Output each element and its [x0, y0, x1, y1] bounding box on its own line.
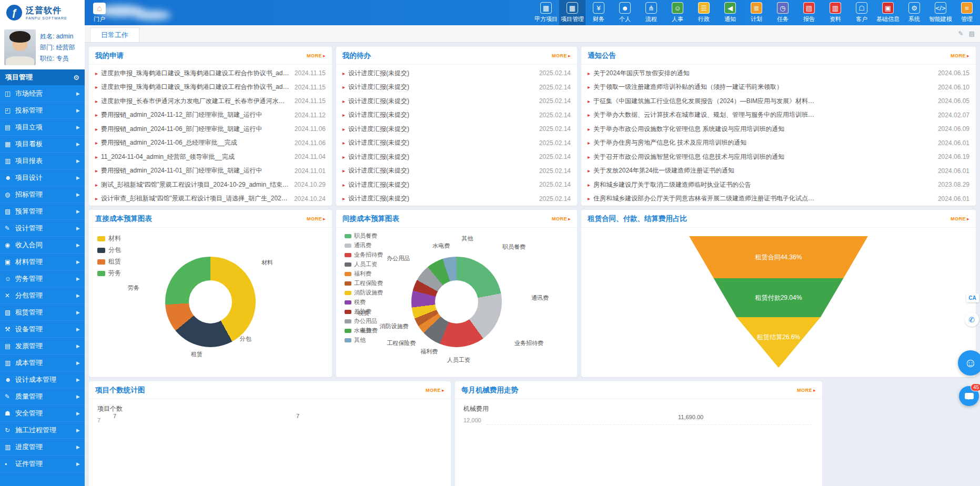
list-item[interactable]: 测试_彭祖新城“四馆”景观工程设计项目_2024-10-29_admin_结束_…: [95, 178, 326, 192]
list-item[interactable]: 设计进度汇报(未提交) 2025.02.14: [342, 108, 571, 123]
sidebar-item[interactable]: ▣ 材料管理: [0, 254, 85, 270]
nav-item[interactable]: ☺ 人事: [664, 0, 691, 25]
list-item[interactable]: 设计进度汇报(未提交) 2025.02.14: [342, 150, 571, 164]
more-link[interactable]: MORE: [552, 216, 571, 221]
message-float-button[interactable]: 45: [959, 386, 979, 406]
sidebar-item[interactable]: ▨ 预算管理: [0, 203, 85, 220]
list-item[interactable]: 设计进度汇报(未提交) 2025.02.14: [342, 94, 571, 108]
more-link[interactable]: MORE: [552, 53, 571, 58]
list-item[interactable]: 房和城乡建设厅关于取消二级建造师临时执业证书的公告 2023.08.29: [588, 178, 969, 192]
list-item[interactable]: 设计进度汇报(未提交) 2025.02.14: [342, 178, 571, 192]
nav-item[interactable]: </> 智能建模: [927, 0, 954, 25]
nav-item[interactable]: ▦ 甲方项目: [533, 0, 559, 25]
nav-item[interactable]: ⚙ 系统: [901, 0, 927, 25]
nav-item-label: 计划: [751, 15, 762, 23]
sidebar-item[interactable]: ◍ 招标管理: [0, 186, 85, 203]
list-item[interactable]: 关于2024年国庆节放假安排的通知 2024.06.15: [588, 66, 969, 80]
sidebar-item[interactable]: ⚒ 设备管理: [0, 321, 85, 338]
list-item[interactable]: 费用报销_admin_2024-11-12_部门经理审批_胡建_运行中 2024…: [95, 108, 326, 123]
sidebar-item[interactable]: ▧ 租赁管理: [0, 304, 85, 321]
user-name: 姓名: admin: [40, 32, 75, 41]
sidebar-item[interactable]: ▥ 项目报表: [0, 153, 85, 169]
list-item[interactable]: 费用报销_admin_2024-11-06_部门经理审批_胡建_运行中 2024…: [95, 122, 326, 136]
list-item[interactable]: 设计进度汇报(未提交) 2025.02.14: [342, 136, 571, 150]
nav-item[interactable]: ☰ 行政: [691, 0, 717, 25]
list-item[interactable]: 费用报销_admin_2024-11-06_总经理审批__完成 2024.11.…: [95, 136, 326, 150]
more-link[interactable]: MORE: [307, 216, 326, 221]
sidebar-item[interactable]: ▪ 证件管理: [0, 455, 85, 472]
list-item[interactable]: 进度款申报_珠海鹤港口建设_珠海鹤港口建设工程合作协议书_admin_… 202…: [95, 80, 326, 95]
list-item-text: 设计进度汇报(未提交): [348, 180, 534, 189]
nav-item-label: 行政: [698, 15, 710, 23]
y-axis-label: 机械费用: [463, 404, 814, 413]
list-item[interactable]: 11_2024-11-04_admin_经营部_领导审批__完成 2024.11…: [95, 150, 326, 164]
more-link[interactable]: MORE: [426, 388, 444, 393]
nav-item[interactable]: ¥ 财务: [585, 0, 612, 25]
nav-item[interactable]: ≣ 计划: [743, 0, 770, 25]
sidebar-item[interactable]: ☻ 项目设计: [0, 169, 85, 186]
list-item[interactable]: 于征集《中国建筑施工行业信息化发展报告（2024）—BIM应用与发展》材料… 2…: [588, 94, 969, 108]
more-link[interactable]: MORE: [951, 216, 969, 221]
list-item[interactable]: 设计进度汇报(未提交) 2025.02.14: [342, 122, 571, 136]
gear-icon[interactable]: ⚙: [73, 74, 79, 82]
sidebar-item[interactable]: ☻ 设计成本管理: [0, 371, 85, 388]
sidebar-item[interactable]: ▦ 项目看板: [0, 136, 85, 153]
sidebar-item[interactable]: ↻ 施工过程管理: [0, 422, 85, 439]
chat-float-button[interactable]: ☺: [958, 350, 980, 376]
sidebar-item[interactable]: ◉ 收入合同: [0, 237, 85, 254]
list-item[interactable]: 设计进度汇报(未提交) 2025.02.14: [342, 80, 571, 95]
sidebar-item[interactable]: ▤ 项目立项: [0, 119, 85, 136]
list-item-text: 11_2024-11-04_admin_经营部_领导审批__完成: [101, 153, 289, 161]
tab-daily-work[interactable]: 日常工作: [90, 27, 139, 42]
nav-item[interactable]: ▥ 资料: [822, 0, 848, 25]
sidebar-item[interactable]: ✎ 质量管理: [0, 388, 85, 405]
slice-label: 分包: [239, 335, 251, 343]
list-item[interactable]: 费用报销_admin_2024-11-01_部门经理审批_胡建_运行中 2024…: [95, 164, 326, 178]
nav-item[interactable]: ◀ 通知: [717, 0, 743, 25]
nav-item-icon: ▣: [882, 2, 894, 14]
sidebar-item[interactable]: ▥ 成本管理: [0, 355, 85, 371]
list-item[interactable]: 进度款申报_珠海鹤港口建设_珠海鹤港口建设工程合作协议书_admin_… 202…: [95, 66, 326, 80]
list-item[interactable]: 关于发放2024年第24批一级建造师注册证书的通知 2024.06.01: [588, 164, 969, 178]
list-item[interactable]: 进度款申报_长春市伊通河水力发电厂改建工程_长春市伊通河水力发电… 2024.1…: [95, 94, 326, 108]
nav-item-label: 人事: [672, 15, 683, 23]
list-item[interactable]: 关于举办市政公用设施数字化管理信息 系统建设与应用培训班的通知 2024.06.…: [588, 122, 969, 136]
nav-item[interactable]: ▣ 基础信息: [875, 0, 901, 25]
list-item[interactable]: 关于举办住房与房地产信息化 技术及应用培训班的通知 2024.06.01: [588, 136, 969, 150]
list-item[interactable]: 设计进度汇报(未提交) 2025.02.14: [342, 192, 571, 206]
list-item[interactable]: 关于领取一级注册建造师培训补贴的通知（须持一建证书前来领取） 2024.06.1…: [588, 80, 969, 95]
more-link[interactable]: MORE: [307, 53, 326, 58]
list-item-text: 设计进度汇报(未提交): [348, 194, 534, 203]
sidebar-item[interactable]: ◰ 投标管理: [0, 102, 85, 119]
phone-float-button[interactable]: ✆: [965, 312, 979, 327]
sidebar-item-icon: ✕: [5, 292, 15, 299]
sidebar-item[interactable]: ▤ 发票管理: [0, 338, 85, 355]
list-item[interactable]: 设计进度汇报(未提交) 2025.02.14: [342, 164, 571, 178]
list-item[interactable]: 设计进度汇报(未提交) 2025.02.14: [342, 66, 571, 80]
nav-item[interactable]: ▤ 报告: [796, 0, 822, 25]
nav-item[interactable]: ≡ 管理: [954, 0, 980, 25]
list-item[interactable]: 设计审查_彭祖新城“四馆”景观工程设计项目_请选择_胡广生_2024-10-2……: [95, 192, 326, 206]
sidebar-item[interactable]: ▥ 进度管理: [0, 439, 85, 455]
sidebar-item[interactable]: ◫ 市场经营: [0, 85, 85, 102]
edit-icon[interactable]: ✎: [958, 30, 964, 37]
panel-my-applications: 我的申请 MORE 进度款申报_珠海鹤港口建设_珠海鹤港口建设工程合作协议书_a…: [89, 47, 332, 206]
more-link[interactable]: MORE: [951, 53, 969, 58]
sidebar-item-icon: ▤: [5, 124, 15, 131]
nav-item[interactable]: ☖ 客户: [848, 0, 875, 25]
nav-item[interactable]: ▦ 项目管理: [559, 0, 585, 25]
ca-tool-button[interactable]: CA: [966, 293, 979, 302]
nav-item[interactable]: ⋔ 流程: [638, 0, 664, 25]
nav-item[interactable]: ☻ 个人: [612, 0, 638, 25]
sidebar-item[interactable]: ✕ 分包管理: [0, 287, 85, 304]
funnel-segment: 租赁合同44.36%: [689, 236, 868, 278]
nav-item[interactable]: ◷ 任务: [770, 0, 796, 25]
sidebar-item[interactable]: ☗ 安全管理: [0, 405, 85, 422]
layout-icon[interactable]: ▤: [969, 30, 975, 37]
sidebar-item[interactable]: ✎ 设计管理: [0, 220, 85, 237]
sidebar-item[interactable]: ☺ 劳务管理: [0, 270, 85, 287]
more-link[interactable]: MORE: [797, 388, 816, 393]
list-item[interactable]: 关于召开市政公用设施智慧化管理信息 信息技术与应用培训班的通知 2024.06.…: [588, 150, 969, 164]
list-item[interactable]: 住房和城乡建设部办公厅关于同意吉林省开展二级建造师注册证书电子化试点… 2024…: [588, 192, 969, 206]
list-item[interactable]: 关于举办大数据、云计算技术在城市建设、规划、管理与服务中的应用培训班… 2024…: [588, 108, 969, 123]
